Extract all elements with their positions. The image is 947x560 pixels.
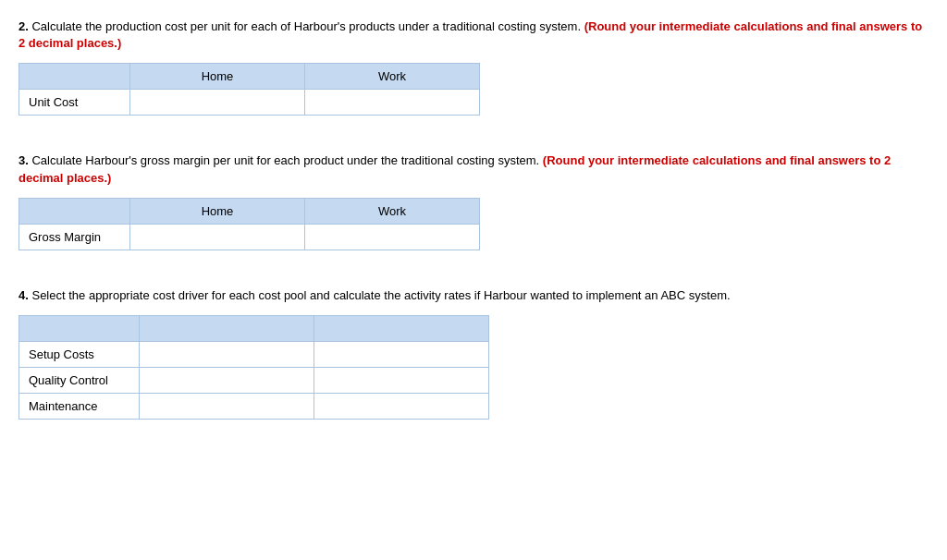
q4-label-quality-control: Quality Control — [19, 367, 140, 393]
question-3-table-container: Home Work Gross Margin — [18, 198, 929, 250]
q4-setup-col2-input[interactable] — [324, 347, 479, 361]
question-3-section: 3. Calculate Harbour's gross margin per … — [18, 152, 929, 250]
q2-unit-cost-work-cell[interactable] — [305, 90, 480, 116]
q4-setup-col1-cell[interactable] — [140, 341, 314, 367]
q2-header-work: Work — [305, 64, 480, 90]
q2-header-empty — [19, 64, 130, 90]
q2-unit-cost-home-cell[interactable] — [130, 90, 305, 116]
question-4-table: Setup Costs Quality Control — [18, 315, 489, 420]
q3-gross-margin-home-input[interactable] — [140, 230, 295, 244]
question-2-table: Home Work Unit Cost — [18, 63, 480, 116]
q4-header-col1 — [140, 315, 314, 341]
question-4-text: 4. Select the appropriate cost driver fo… — [18, 287, 929, 304]
q4-label-setup-costs: Setup Costs — [19, 341, 140, 367]
q3-label-gross-margin: Gross Margin — [19, 224, 130, 250]
table-row: Quality Control — [19, 367, 489, 393]
question-3-number: 3. — [18, 153, 29, 167]
question-2-body: Calculate the production cost per unit f… — [31, 19, 581, 33]
q4-quality-col1-input[interactable] — [149, 373, 304, 387]
q4-setup-col1-input[interactable] — [149, 347, 304, 361]
table-row: Maintenance — [19, 393, 489, 419]
q4-maintenance-col2-cell[interactable] — [314, 393, 489, 419]
q4-quality-col2-input[interactable] — [324, 373, 479, 387]
q3-header-empty — [19, 198, 130, 224]
q4-label-maintenance: Maintenance — [19, 393, 140, 419]
question-4-number: 4. — [18, 288, 29, 302]
question-2-section: 2. Calculate the production cost per uni… — [18, 18, 929, 116]
question-3-body: Calculate Harbour's gross margin per uni… — [31, 153, 539, 167]
q4-maintenance-col1-cell[interactable] — [140, 393, 314, 419]
q4-setup-col2-cell[interactable] — [314, 341, 489, 367]
q4-maintenance-col1-input[interactable] — [149, 399, 304, 413]
q4-header-empty — [19, 315, 140, 341]
q3-gross-margin-home-cell[interactable] — [130, 224, 305, 250]
question-4-body: Select the appropriate cost driver for e… — [31, 288, 730, 302]
q3-header-work: Work — [305, 198, 480, 224]
table-row: Gross Margin — [19, 224, 480, 250]
question-2-number: 2. — [18, 19, 29, 33]
q4-quality-col1-cell[interactable] — [140, 367, 314, 393]
question-4-section: 4. Select the appropriate cost driver fo… — [18, 287, 929, 420]
q3-header-home: Home — [130, 198, 305, 224]
q3-gross-margin-work-input[interactable] — [314, 230, 470, 244]
question-2-text: 2. Calculate the production cost per uni… — [18, 18, 929, 52]
q3-gross-margin-work-cell[interactable] — [305, 224, 480, 250]
q2-unit-cost-work-input[interactable] — [314, 95, 470, 109]
question-3-text: 3. Calculate Harbour's gross margin per … — [18, 152, 929, 186]
q2-label-unit-cost: Unit Cost — [19, 90, 130, 116]
q4-maintenance-col2-input[interactable] — [324, 399, 479, 413]
table-row: Unit Cost — [19, 90, 480, 116]
table-row: Setup Costs — [19, 341, 489, 367]
question-2-table-container: Home Work Unit Cost — [18, 63, 929, 116]
q4-header-col2 — [314, 315, 489, 341]
question-3-table: Home Work Gross Margin — [18, 198, 480, 250]
question-4-table-container: Setup Costs Quality Control — [18, 315, 929, 420]
q2-header-home: Home — [130, 64, 305, 90]
q4-quality-col2-cell[interactable] — [314, 367, 489, 393]
q2-unit-cost-home-input[interactable] — [140, 95, 295, 109]
